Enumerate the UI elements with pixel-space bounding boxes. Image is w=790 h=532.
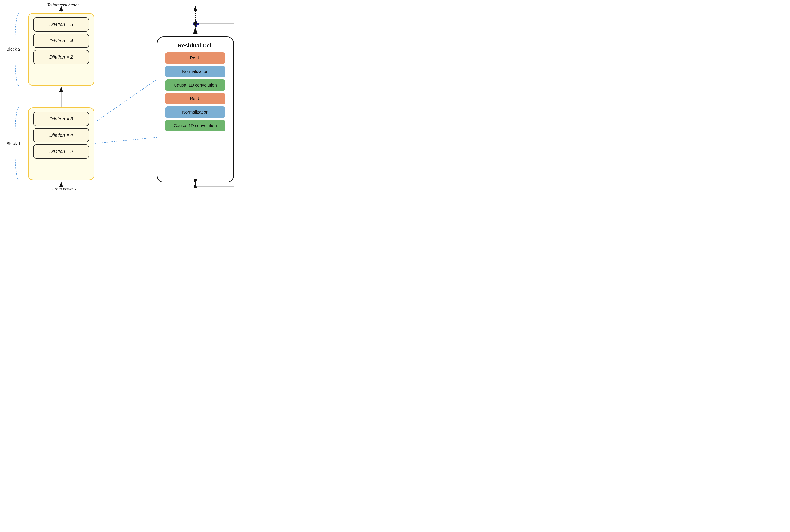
svg-line-14 [95, 137, 157, 144]
residual-cell-box: Residual Cell ReLU Normalization Causal … [157, 37, 234, 183]
block1-label: Block 1 [6, 141, 21, 146]
block2-box: Dilation = 8 Dilation = 4 Dilation = 2 [28, 13, 94, 86]
diagram-container: Dilation = 8 Dilation = 4 Dilation = 2 B… [0, 0, 301, 204]
from-premix-label: From pre-mix [45, 187, 84, 191]
block2-label: Block 2 [6, 47, 21, 52]
to-forecast-label: To forecast heads [46, 3, 80, 7]
block1-box: Dilation = 8 Dilation = 4 Dilation = 2 [28, 107, 94, 180]
rc-conv-1: Causal 1D convolution [165, 79, 225, 91]
block1-dilation4: Dilation = 4 [33, 128, 89, 142]
plus-symbol: ✚ [192, 20, 199, 29]
svg-line-13 [95, 79, 157, 122]
block1-dilation8: Dilation = 8 [33, 112, 89, 126]
rc-norm-1: Normalization [165, 66, 225, 77]
rc-relu-1: ReLU [165, 52, 225, 64]
block2-dilation8: Dilation = 8 [33, 17, 89, 32]
rc-norm-2: Normalization [165, 107, 225, 118]
block2-dilation2: Dilation = 2 [33, 50, 89, 64]
residual-cell-title: Residual Cell [178, 42, 213, 49]
rc-conv-2: Causal 1D convolution [165, 120, 225, 131]
rc-relu-2: ReLU [165, 93, 225, 104]
block2-dilation4: Dilation = 4 [33, 34, 89, 48]
block1-dilation2: Dilation = 2 [33, 145, 89, 159]
